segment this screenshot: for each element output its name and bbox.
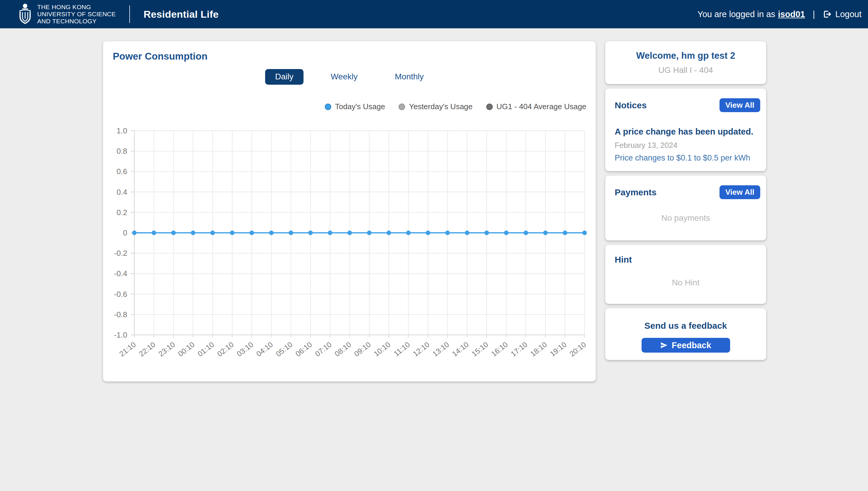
legend-label: UG1 - 404 Average Usage	[497, 102, 586, 111]
notices-card: Notices View All A price change has been…	[605, 88, 766, 171]
chart-title: Power Consumption	[113, 51, 207, 62]
notice-title: A price change has been updated.	[615, 127, 757, 137]
session-separator: |	[813, 9, 815, 19]
svg-text:17:10: 17:10	[509, 340, 529, 358]
legend-label: Today's Usage	[335, 102, 385, 111]
svg-text:-0.4: -0.4	[114, 269, 127, 278]
svg-text:07:10: 07:10	[313, 340, 333, 358]
svg-text:12:10: 12:10	[411, 340, 431, 358]
svg-text:13:10: 13:10	[431, 340, 451, 358]
svg-text:06:10: 06:10	[294, 340, 313, 358]
svg-text:20:10: 20:10	[568, 340, 588, 358]
notices-view-all-button[interactable]: View All	[720, 98, 760, 112]
svg-text:16:10: 16:10	[489, 340, 509, 358]
login-status-text: You are logged in as	[698, 9, 775, 19]
logout-icon	[822, 10, 831, 19]
logout-button[interactable]: Logout	[822, 9, 862, 19]
power-consumption-card: Power Consumption DailyWeeklyMonthly Tod…	[103, 41, 596, 381]
svg-text:23:10: 23:10	[157, 340, 176, 358]
legend-item[interactable]: Today's Usage	[325, 102, 385, 111]
logout-label: Logout	[835, 9, 862, 19]
svg-text:-0.8: -0.8	[114, 310, 127, 319]
notices-header: Notices View All	[615, 98, 760, 112]
svg-text:04:10: 04:10	[255, 340, 275, 358]
svg-text:0.8: 0.8	[117, 147, 127, 155]
username-link[interactable]: isod01	[778, 9, 805, 19]
feedback-card: Send us a feedback Feedback	[605, 308, 766, 360]
hint-title: Hint	[615, 255, 632, 265]
svg-text:0: 0	[123, 228, 127, 237]
legend-item[interactable]: Yesterday's Usage	[398, 102, 472, 111]
svg-text:1.0: 1.0	[117, 126, 127, 135]
tab-monthly[interactable]: Monthly	[385, 69, 434, 85]
svg-text:00:10: 00:10	[176, 340, 196, 358]
svg-text:09:10: 09:10	[353, 340, 372, 358]
university-name-line2: UNIVERSITY OF SCIENCE	[37, 11, 116, 18]
svg-text:05:10: 05:10	[274, 340, 294, 358]
legend-label: Yesterday's Usage	[409, 102, 472, 111]
app-title: Residential Life	[143, 8, 219, 20]
svg-text:14:10: 14:10	[451, 340, 470, 358]
hint-card: Hint No Hint	[605, 245, 766, 304]
university-name: THE HONG KONG UNIVERSITY OF SCIENCE AND …	[37, 3, 116, 25]
welcome-card: Welcome, hm gp test 2 UG Hall I - 404	[605, 41, 766, 84]
payments-card: Payments View All No payments	[605, 176, 766, 240]
payments-title: Payments	[615, 187, 656, 197]
top-navbar: THE HONG KONG UNIVERSITY OF SCIENCE AND …	[0, 0, 868, 28]
svg-text:21:10: 21:10	[118, 340, 138, 358]
welcome-title: Welcome, hm gp test 2	[636, 51, 735, 61]
svg-text:10:10: 10:10	[372, 340, 392, 358]
svg-text:08:10: 08:10	[333, 340, 353, 358]
brand-area[interactable]: THE HONG KONG UNIVERSITY OF SCIENCE AND …	[0, 0, 219, 28]
chart-legend: Today's UsageYesterday's UsageUG1 - 404 …	[325, 102, 586, 111]
notice-date: February 13, 2024	[615, 141, 757, 150]
legend-dot-icon	[325, 104, 331, 110]
legend-dot-icon	[398, 104, 405, 110]
university-name-line3: AND TECHNOLOGY	[37, 18, 116, 25]
feedback-button[interactable]: Feedback	[642, 338, 730, 353]
legend-dot-icon	[486, 104, 493, 110]
usage-chart[interactable]: 21:1022:1023:1000:1001:1002:1003:1004:10…	[103, 125, 596, 366]
hkust-logo-icon	[18, 3, 32, 25]
legend-item[interactable]: UG1 - 404 Average Usage	[486, 102, 586, 111]
notice-list-item[interactable]: A price change has been updated. Februar…	[615, 127, 757, 163]
feedback-card-title: Send us a feedback	[605, 321, 766, 331]
svg-text:03:10: 03:10	[235, 340, 255, 358]
svg-text:22:10: 22:10	[137, 340, 157, 358]
svg-text:-0.2: -0.2	[114, 249, 127, 258]
notice-link[interactable]: Price changes to $0.1 to $0.5 per kWh	[615, 153, 757, 163]
payments-header: Payments View All	[615, 185, 760, 199]
hint-empty-text: No Hint	[605, 278, 766, 287]
svg-text:-1.0: -1.0	[114, 330, 127, 339]
room-assignment: UG Hall I - 404	[659, 65, 713, 75]
svg-text:11:10: 11:10	[392, 340, 411, 357]
svg-text:19:10: 19:10	[548, 340, 568, 358]
payments-empty-text: No payments	[605, 213, 766, 223]
svg-text:0.2: 0.2	[117, 208, 127, 217]
university-name-line1: THE HONG KONG	[37, 3, 116, 11]
period-tabs: DailyWeeklyMonthly	[103, 69, 596, 85]
send-icon	[660, 341, 668, 349]
feedback-button-label: Feedback	[672, 341, 711, 350]
svg-text:0.4: 0.4	[117, 187, 127, 197]
svg-text:18:10: 18:10	[529, 340, 549, 358]
svg-text:01:10: 01:10	[196, 340, 216, 358]
svg-text:02:10: 02:10	[216, 340, 235, 358]
navbar-divider	[129, 5, 130, 23]
payments-view-all-button[interactable]: View All	[720, 185, 760, 199]
notices-title: Notices	[615, 100, 647, 110]
hint-header: Hint	[615, 255, 760, 265]
tab-weekly[interactable]: Weekly	[320, 69, 368, 85]
tab-daily[interactable]: Daily	[265, 69, 304, 85]
svg-text:-0.6: -0.6	[114, 290, 127, 299]
svg-text:0.6: 0.6	[117, 167, 127, 176]
session-area: You are logged in as isod01 | Logout	[698, 9, 868, 19]
svg-text:15:10: 15:10	[470, 340, 490, 358]
